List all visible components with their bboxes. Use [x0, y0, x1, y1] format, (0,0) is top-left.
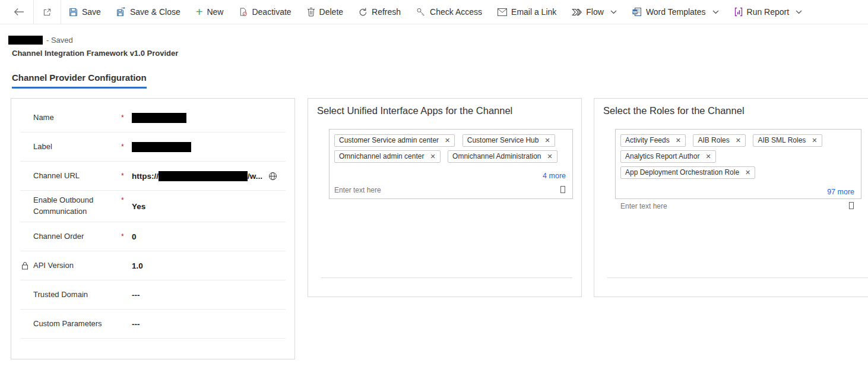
role-tag: App Deployment Orchestration Role✕: [620, 166, 755, 179]
remove-tag-icon[interactable]: ✕: [547, 153, 553, 160]
required-asterisk: *: [121, 191, 132, 204]
delete-label: Delete: [319, 7, 343, 17]
save-button[interactable]: Save: [61, 0, 109, 24]
roles-more-link[interactable]: 97 more: [827, 188, 854, 196]
app-tag: Omnichannel Administration✕: [448, 150, 557, 163]
email-a-link-button[interactable]: Email a Link: [490, 0, 564, 24]
field-value: ---: [132, 320, 140, 329]
delete-icon: [307, 7, 315, 17]
run-report-button[interactable]: Run Report: [727, 0, 810, 24]
placeholder-box-icon[interactable]: [560, 186, 565, 193]
field-row-custom-parameters[interactable]: Custom Parameters ---: [20, 310, 286, 339]
field-row-name[interactable]: Name *: [20, 103, 286, 133]
field-value-redaction: [132, 113, 186, 123]
lock-icon: [21, 261, 28, 270]
word-icon: W: [632, 7, 642, 17]
word-templates-label: Word Templates: [646, 7, 706, 17]
remove-tag-icon[interactable]: ✕: [736, 137, 741, 144]
flow-button[interactable]: Flow: [564, 0, 625, 24]
field-row-enable-outbound-communication[interactable]: Enable Outbound Communication * Yes: [20, 191, 286, 222]
field-row-channel-url[interactable]: Channel URL * https:///w...: [20, 162, 286, 191]
remove-tag-icon[interactable]: ✕: [812, 137, 817, 144]
field-value-redaction: [132, 142, 191, 152]
save-and-close-label: Save & Close: [130, 7, 180, 17]
apps-panel-title: Select Unified Interface Apps for the Ch…: [317, 105, 581, 116]
placeholder-box-icon[interactable]: [849, 202, 854, 209]
apps-tag-container[interactable]: Customer Service admin center✕ Customer …: [329, 129, 573, 199]
field-value: 1.0: [132, 261, 143, 270]
role-tag: Analytics Report Author✕: [620, 150, 716, 163]
deactivate-button[interactable]: Deactivate: [231, 0, 299, 24]
chevron-down-icon: [796, 10, 802, 14]
report-icon: [734, 7, 743, 17]
required-asterisk: *: [121, 143, 132, 151]
field-label: Channel URL: [33, 171, 121, 182]
plus-icon: +: [196, 8, 203, 16]
field-label: Enable Outbound Communication: [33, 195, 121, 217]
required-asterisk: *: [121, 172, 132, 180]
delete-button[interactable]: Delete: [299, 0, 351, 24]
panel-divider: [321, 277, 572, 278]
flow-icon: [572, 8, 582, 17]
back-arrow-icon: [14, 8, 24, 16]
remove-tag-icon[interactable]: ✕: [676, 137, 681, 144]
field-value: 0: [132, 232, 137, 241]
role-tag: AIB SML Roles✕: [753, 134, 822, 147]
role-tag-label: AIB SML Roles: [758, 136, 806, 144]
remove-tag-icon[interactable]: ✕: [430, 153, 435, 160]
field-label: Channel Order: [33, 231, 121, 242]
popout-button[interactable]: [34, 0, 61, 24]
panel-divider: [607, 277, 868, 278]
app-tag-label: Customer Service admin center: [339, 136, 439, 144]
globe-icon[interactable]: [268, 172, 277, 181]
email-icon: [498, 8, 507, 16]
app-tag-label: Omnichannel admin center: [339, 152, 424, 160]
provider-form-panel: Name * Label * Channel URL * https:///w.…: [11, 98, 295, 359]
roles-tag-container[interactable]: Activity Feeds✕ AIB Roles✕ AIB SML Roles…: [615, 129, 861, 199]
field-label: Name: [33, 112, 121, 124]
tab-channel-provider-configuration[interactable]: Channel Provider Configuration: [12, 72, 147, 89]
remove-tag-icon[interactable]: ✕: [745, 169, 750, 176]
flow-label: Flow: [586, 7, 604, 17]
save-and-close-button[interactable]: Save & Close: [109, 0, 188, 24]
apps-more-link[interactable]: 4 more: [543, 172, 566, 180]
back-button[interactable]: [5, 0, 33, 24]
remove-tag-icon[interactable]: ✕: [445, 137, 450, 144]
refresh-button[interactable]: Refresh: [351, 0, 408, 24]
apps-panel: Select Unified Interface Apps for the Ch…: [308, 98, 582, 297]
refresh-icon: [359, 8, 368, 17]
cif-provider-page: Save Save & Close + New Deactivate Delet…: [0, 0, 868, 388]
url-suffix: /w...: [248, 172, 262, 181]
app-tag: Customer Service admin center✕: [334, 134, 455, 147]
record-name-redaction: [8, 36, 43, 45]
new-button[interactable]: + New: [188, 0, 232, 24]
field-row-api-version: API Version 1.0: [20, 251, 286, 280]
apps-search-input[interactable]: [334, 186, 423, 194]
field-label: Label: [33, 141, 121, 153]
role-tag-label: AIB Roles: [698, 136, 729, 144]
remove-tag-icon[interactable]: ✕: [705, 153, 711, 160]
email-a-link-label: Email a Link: [511, 7, 556, 17]
check-access-button[interactable]: Check Access: [408, 0, 490, 24]
roles-search-input[interactable]: [620, 202, 709, 210]
field-row-trusted-domain[interactable]: Trusted Domain ---: [20, 280, 286, 310]
command-bar: Save Save & Close + New Deactivate Delet…: [0, 0, 868, 24]
app-tag: Omnichannel admin center✕: [334, 150, 441, 163]
chevron-down-icon: [712, 10, 719, 14]
svg-text:W: W: [633, 10, 638, 15]
app-tag-label: Customer Service Hub: [467, 136, 539, 144]
role-tag-label: Analytics Report Author: [625, 152, 699, 160]
save-close-icon: [116, 7, 126, 17]
check-access-label: Check Access: [430, 7, 482, 17]
popout-icon: [43, 8, 52, 17]
field-row-channel-order[interactable]: Channel Order * 0: [20, 222, 286, 251]
required-asterisk: *: [121, 232, 132, 241]
save-icon: [69, 8, 78, 17]
field-label: Trusted Domain: [33, 289, 121, 301]
refresh-label: Refresh: [372, 7, 401, 17]
word-templates-button[interactable]: W Word Templates: [625, 0, 727, 24]
field-row-label[interactable]: Label *: [20, 133, 286, 162]
remove-tag-icon[interactable]: ✕: [544, 137, 550, 144]
role-tag: Activity Feeds✕: [620, 134, 686, 147]
required-asterisk: *: [121, 113, 132, 122]
